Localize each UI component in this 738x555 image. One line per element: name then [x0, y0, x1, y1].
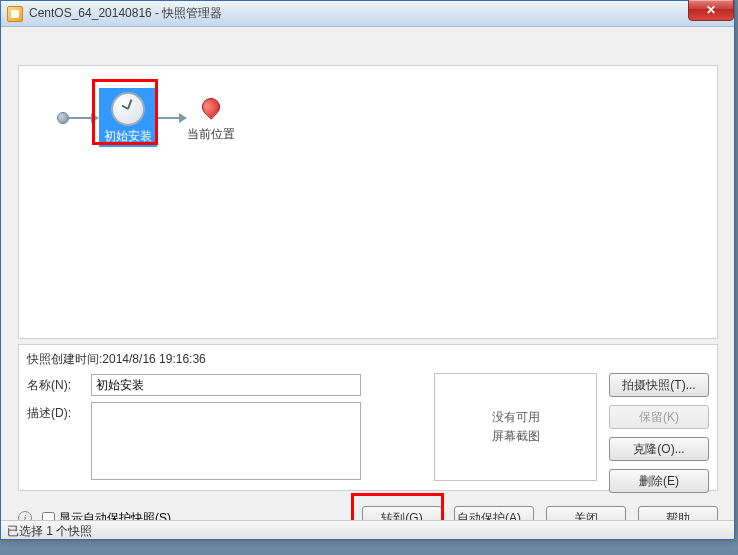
app-icon: [7, 6, 23, 22]
snapshot-label: 初始安装: [101, 128, 155, 145]
close-icon: ✕: [706, 3, 716, 17]
start-dot-icon: [57, 112, 69, 124]
snapshot-tree-canvas[interactable]: 初始安装 当前位置: [18, 65, 718, 339]
arrow-icon: [91, 113, 99, 123]
snapshot-details-panel: 快照创建时间:2014/8/16 19:16:36 名称(N): 描述(D): …: [18, 344, 718, 491]
snapshot-selection: 初始安装: [99, 88, 157, 147]
description-label: 描述(D):: [27, 402, 91, 422]
name-input[interactable]: [91, 374, 361, 396]
arrow-icon: [179, 113, 187, 123]
description-input[interactable]: [91, 402, 361, 480]
created-time-line: 快照创建时间:2014/8/16 19:16:36: [27, 351, 709, 368]
close-window-button[interactable]: ✕: [688, 0, 734, 21]
titlebar[interactable]: CentOS_64_20140816 - 快照管理器 ✕: [1, 1, 734, 27]
thumb-line1: 没有可用: [492, 410, 540, 424]
delete-button[interactable]: 删除(E): [609, 469, 709, 493]
current-position-label: 当前位置: [187, 126, 235, 143]
snapshot-node[interactable]: 初始安装: [99, 88, 157, 147]
name-label: 名称(N):: [27, 374, 91, 394]
clone-button[interactable]: 克隆(O)...: [609, 437, 709, 461]
window-title: CentOS_64_20140816 - 快照管理器: [29, 5, 222, 22]
snapshot-manager-window: CentOS_64_20140816 - 快照管理器 ✕ 初始安装: [0, 0, 735, 540]
created-time-value: 2014/8/16 19:16:36: [102, 352, 205, 366]
thumb-line2: 屏幕截图: [492, 429, 540, 443]
current-position-node[interactable]: 当前位置: [187, 92, 235, 143]
connector-line: [157, 117, 179, 119]
screenshot-thumbnail: 没有可用 屏幕截图: [434, 373, 597, 481]
status-bar: 已选择 1 个快照: [1, 520, 734, 539]
created-time-label: 快照创建时间:: [27, 352, 102, 366]
client-area: 初始安装 当前位置 快照创建时间:2014/8/16 19:16:36 名称(N…: [1, 27, 734, 539]
connector-line: [69, 117, 91, 119]
clock-icon: [111, 92, 145, 126]
timeline: 初始安装 当前位置: [57, 88, 235, 147]
status-text: 已选择 1 个快照: [7, 524, 92, 538]
pin-icon: [202, 98, 220, 124]
take-snapshot-button[interactable]: 拍摄快照(T)...: [609, 373, 709, 397]
snapshot-action-buttons: 拍摄快照(T)... 保留(K) 克隆(O)... 删除(E): [609, 373, 709, 493]
keep-button: 保留(K): [609, 405, 709, 429]
